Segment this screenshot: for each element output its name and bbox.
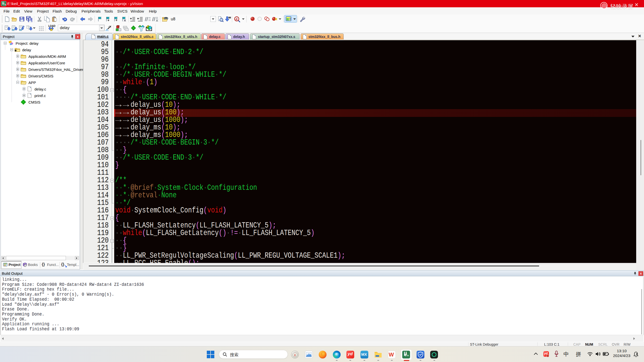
svg-text:?: ?: [25, 264, 26, 267]
svg-text:d: d: [236, 17, 238, 21]
